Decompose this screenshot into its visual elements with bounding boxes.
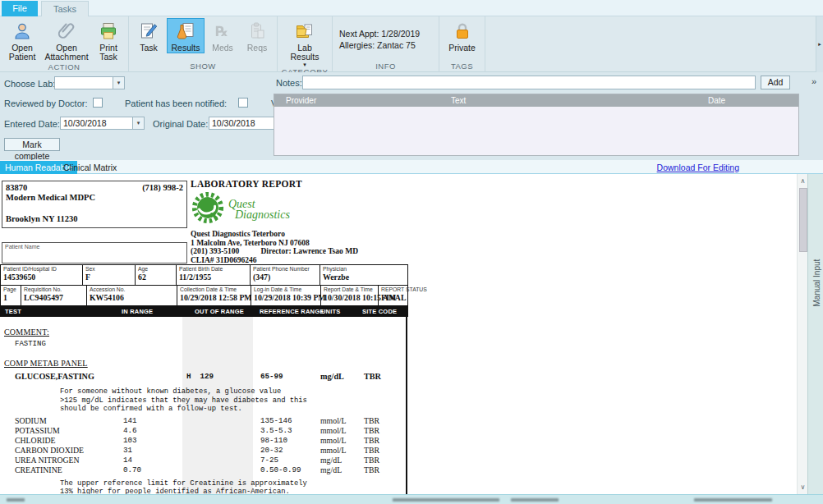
chevron-down-icon[interactable]: ▾: [113, 77, 124, 89]
ribbon-group-category: Lab Results ▾ CATEGORY: [278, 16, 333, 72]
patient-physician: Werzbe: [323, 273, 405, 282]
print-task-label: Print Task: [93, 44, 124, 62]
lab-rows: COMMENT:FASTINGCOMP METAB PANELGLUCOSE,F…: [0, 317, 408, 499]
ribbon: Open Patient Open Attachment Print Task …: [0, 16, 823, 72]
notes-input[interactable]: [302, 76, 756, 89]
private-tag-button[interactable]: Private: [444, 18, 481, 53]
lab-director: Director: Lawrence Tsao MD: [260, 247, 358, 256]
result-in: 14: [123, 456, 132, 465]
chevron-down-icon[interactable]: ▾: [132, 117, 144, 129]
lab-results-label: Lab Results: [285, 44, 324, 62]
task-label: Task: [140, 44, 158, 53]
statusbar-redacted: [7, 498, 25, 502]
ribbon-tabstrip: File Tasks: [0, 0, 823, 16]
date-column-header[interactable]: Date: [708, 94, 798, 107]
lab-row-test: SODIUM141135-146mmol/LTBR: [0, 416, 408, 425]
print-task-button[interactable]: Print Task: [92, 18, 125, 62]
collapse-chevron-icon[interactable]: »: [812, 76, 816, 86]
result-ref: 3.5-5.3: [260, 426, 292, 435]
lab-row-note: For someone without known diabetes, a gl…: [60, 387, 408, 414]
download-for-editing-link[interactable]: Download For Editing: [657, 161, 739, 174]
result-in: 141: [123, 416, 137, 425]
report-title: LABORATORY REPORT: [191, 179, 407, 189]
lab-row-test: CHLORIDE10398-110mmol/LTBR: [0, 436, 408, 445]
client-city: Brooklyn NY 11230: [6, 214, 183, 224]
result-ref: 0.50-0.99: [260, 465, 301, 474]
result-ref: 65-99: [260, 372, 283, 381]
patient-phone: (347): [253, 273, 318, 282]
results-flask-icon: [175, 21, 196, 42]
client-address-box: 83870 (718) 998-2 Modern Medical MDPC Br…: [2, 181, 187, 228]
ribbon-group-info: Next Appt: 1/28/2019 Allergies: Zantac 7…: [333, 16, 439, 72]
result-units: mmol/L: [320, 426, 347, 435]
lab-address: 1 Malcolm Ave, Teterboro NJ 07608: [191, 239, 407, 248]
task-document-icon: [138, 21, 159, 42]
patient-age: 62: [138, 273, 174, 282]
person-icon: [11, 21, 33, 42]
allergies-text: Allergies: Zantac 75: [339, 39, 432, 51]
result-units: mg/dL: [320, 465, 342, 474]
task-button[interactable]: Task: [132, 18, 165, 53]
provider-column-header[interactable]: Provider: [274, 94, 451, 107]
svg-text:℞: ℞: [215, 23, 228, 39]
text-column-header[interactable]: Text: [451, 94, 708, 107]
results-button[interactable]: Results: [167, 18, 205, 53]
choose-lab-dropdown[interactable]: ▾: [54, 76, 125, 89]
result-name: POTASSIUM: [15, 426, 60, 435]
ribbon-overflow-button[interactable]: ▸: [816, 16, 823, 72]
show-group-label: SHOW: [129, 62, 277, 72]
client-name: Modern Medical MDPC: [6, 193, 183, 203]
lab-results-button[interactable]: Lab Results ▾: [284, 18, 325, 67]
reviewed-by-doctor-checkbox[interactable]: [93, 98, 103, 108]
lab-phone: (201) 393-5100: [191, 247, 239, 256]
private-label: Private: [448, 44, 476, 53]
quest-logo-wordmark: Quest Diagnostics: [228, 199, 290, 220]
result-name: CARBON DIOXIDE: [15, 446, 84, 455]
statusbar-redacted: [393, 498, 499, 502]
open-attachment-button[interactable]: Open Attachment: [43, 18, 90, 62]
result-in: 31: [123, 446, 132, 455]
collection-datetime: 10/29/2018 12:58 PM: [180, 293, 249, 302]
report-datetime: 10/30/2018 10:15 AM: [324, 293, 376, 302]
reqs-button: Reqs: [241, 18, 274, 53]
entered-date-label: Entered Date:: [4, 119, 60, 129]
tasks-tab[interactable]: Tasks: [41, 1, 89, 16]
patient-name-label: Patient Name: [2, 243, 186, 250]
results-label: Results: [171, 44, 200, 53]
result-units: mmol/L: [320, 446, 347, 455]
mark-complete-button[interactable]: Mark complete: [4, 138, 60, 151]
manual-input-sidebar: Manual Input: [807, 174, 823, 494]
result-in: 103: [123, 436, 137, 445]
patient-notified-checkbox[interactable]: [238, 98, 248, 108]
lab-row-test: POTASSIUM4.63.5-5.3mmol/LTBR: [0, 426, 408, 435]
result-in: 4.6: [123, 426, 137, 435]
status-bar: [0, 494, 823, 504]
login-datetime: 10/29/2018 10:39 PM: [254, 293, 319, 302]
open-patient-button[interactable]: Open Patient: [3, 18, 41, 62]
result-units: mmol/L: [320, 436, 347, 445]
add-note-button[interactable]: Add: [761, 76, 790, 89]
scrollbar-thumb[interactable]: [799, 188, 807, 252]
result-name: SODIUM: [15, 416, 47, 425]
client-account: 83870: [6, 183, 27, 193]
lab-row-mono-line: FASTING: [15, 340, 408, 348]
patient-dob: 11/2/1955: [179, 273, 248, 282]
lab-row-test: CREATININE0.700.50-0.99mg/dLTBR: [0, 465, 408, 474]
result-name: UREA NITROGEN: [15, 456, 80, 465]
result-units: mg/dL: [320, 372, 344, 381]
lab-clia: CLIA# 31D0696246: [191, 256, 407, 265]
tab-clinical-matrix[interactable]: Clinical Matrix: [57, 161, 123, 174]
result-ref: 98-110: [260, 436, 287, 445]
result-in: 0.70: [123, 465, 141, 474]
entered-date-dropdown[interactable]: 10/30/2018 ▾: [60, 117, 145, 130]
report-scrollbar[interactable]: ∧ ∨: [797, 174, 807, 494]
result-out: H 129: [186, 372, 214, 381]
result-name: CREATININE: [15, 465, 62, 474]
file-tab[interactable]: File: [2, 1, 38, 16]
tab-manual-input[interactable]: Manual Input: [812, 245, 821, 307]
result-site: TBR: [364, 426, 379, 435]
printer-icon: [98, 21, 119, 42]
document-tabstrip: Human Readable Clinical Matrix Download …: [0, 160, 823, 174]
report-status: FINAL: [381, 293, 405, 302]
result-site: TBR: [364, 372, 381, 381]
